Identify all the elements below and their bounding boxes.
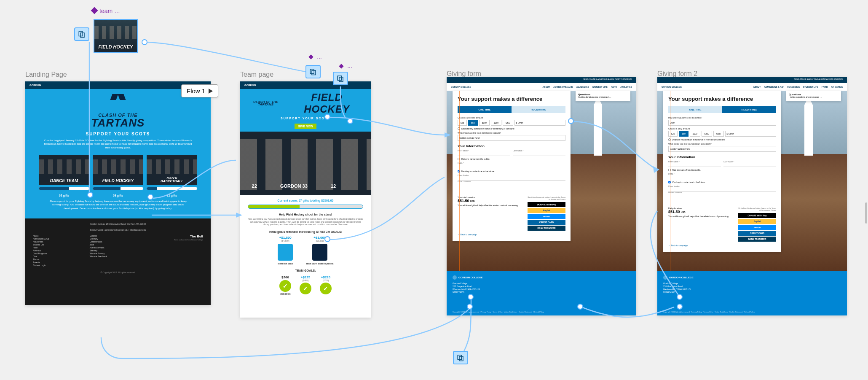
tab-recurring[interactable]: RECURRING [512, 106, 565, 113]
last-name-input[interactable] [513, 152, 565, 156]
interaction-hotspot[interactable] [333, 72, 348, 85]
frame-label-form2[interactable]: Giving form 2 [657, 70, 697, 78]
component-thumbnail[interactable]: FIELD HOCKEY [94, 19, 138, 53]
topbar: NEWS, ONLINE & ADULT GIVE ALUMNI PARENTS… [447, 77, 636, 83]
dedicate-checkbox[interactable]: Dedicate my donation in honor or in memo… [668, 138, 776, 141]
team-card[interactable]: MEN'SBASKETBALL [147, 155, 197, 190]
donate-bank-button[interactable]: BANK TRANSFER [738, 237, 776, 242]
connection-node[interactable] [324, 114, 330, 120]
flow-label: Flow 1 [187, 87, 205, 94]
diamond-icon [309, 54, 314, 60]
donation-form: Your support makes a difference ONE TIME… [453, 91, 571, 241]
connection-node[interactable] [468, 294, 474, 300]
intro-text: Cue the bagpipes! January 25-29 is GO ti… [34, 139, 202, 149]
email-input[interactable] [458, 164, 565, 168]
flow-start-badge[interactable]: Flow 1 [181, 84, 218, 97]
donate-paypal-button[interactable]: PayPal [738, 219, 776, 224]
amount-option[interactable]: $250 [491, 120, 501, 126]
frame-team[interactable]: GORDON CLASH OF THE TARTANS FIELD HOCKEY… [240, 81, 371, 318]
email-input[interactable] [668, 175, 776, 179]
currency-select[interactable]: USD [713, 131, 724, 137]
donate-paypal-button[interactable]: PayPal [528, 208, 565, 213]
footer-col-1: AboutAdmissions & AidAcademicsStudent Li… [33, 234, 90, 267]
page-footer: GORDON COLLEGE Gordon College255 Grapevi… [447, 271, 636, 315]
frequency-tabs: ONE TIME RECURRING [458, 106, 565, 113]
team-cards: DANCE TEAM FIELD HOCKEY MEN'SBASKETBALL [34, 155, 202, 190]
team-card[interactable]: FIELD HOCKEY [93, 155, 143, 190]
phone-input[interactable] [458, 176, 565, 181]
amount-option[interactable]: $25 [668, 131, 678, 137]
instance-label-1[interactable]: … [309, 54, 322, 60]
team-card[interactable]: DANCE TEAM [39, 155, 89, 190]
first-name-input[interactable] [668, 163, 721, 167]
connection-node[interactable] [467, 304, 473, 310]
amount-option[interactable]: $25 [458, 120, 467, 126]
connection-node[interactable] [568, 118, 574, 124]
hide-name-checkbox[interactable]: Hide my name from the public. [668, 169, 776, 171]
instance-label-2[interactable]: … [340, 63, 352, 69]
frame-form1[interactable]: NEWS, ONLINE & ADULT GIVE ALUMNI PARENTS… [447, 77, 636, 315]
designation-select[interactable]: Gordon College Fund [668, 146, 776, 152]
donation-form: Your support makes a difference ONE TIME… [663, 91, 781, 252]
figma-canvas[interactable]: { "component": { "label": "team …", "thu… [0, 0, 868, 380]
last-name-input[interactable] [723, 163, 776, 167]
connection-node[interactable] [147, 194, 153, 200]
contact-ok-checkbox[interactable]: It's okay to contact me in the future. [458, 170, 565, 172]
hide-name-checkbox[interactable]: Hide my name from the public. [458, 158, 565, 160]
amount-other[interactable]: $ Other [514, 120, 566, 126]
connection-node[interactable] [142, 39, 147, 45]
frame-label-landing[interactable]: Landing Page [25, 71, 67, 78]
connection-node[interactable] [347, 118, 353, 124]
amount-option[interactable]: $50 [468, 120, 477, 126]
team-goal: +$220($705) [320, 275, 332, 295]
comment-input[interactable] [668, 194, 776, 201]
connection-node[interactable] [87, 192, 93, 198]
component-name: team … [99, 8, 120, 14]
donate-venmo-button[interactable]: venmo [528, 214, 565, 219]
interaction-hotspot[interactable] [74, 27, 89, 41]
amount-other[interactable]: $ Other [725, 131, 777, 137]
comment-input[interactable] [458, 183, 565, 190]
bell-logo: The Bell News and stories from Gordon Co… [146, 234, 203, 267]
donate-venmo-button[interactable]: venmo [738, 225, 776, 230]
connection-node[interactable] [677, 294, 683, 300]
tab-onetime[interactable]: ONE TIME [458, 106, 512, 113]
interaction-hotspot[interactable] [305, 65, 321, 78]
frame-label-form1[interactable]: Giving form [447, 70, 481, 78]
donate-cc-button[interactable]: CREDIT CARD [528, 220, 565, 225]
connection-node[interactable] [577, 304, 583, 310]
team-goal: +$225($485) [300, 275, 311, 295]
donate-bank-button[interactable]: BANK TRANSFER [528, 226, 565, 231]
amount-option[interactable]: $50 [679, 131, 688, 137]
frame-label-team[interactable]: Team page [240, 71, 273, 78]
page-footer: GORDON COLLEGE Gordon College255 Grapevi… [657, 271, 847, 315]
frequency-tabs: ONE TIME RECURRING [668, 106, 776, 113]
component-header[interactable]: team … [92, 8, 120, 14]
scrollbar-thumb[interactable] [865, 202, 867, 224]
connection-node[interactable] [677, 304, 683, 310]
frequency-select[interactable]: Daily [668, 120, 776, 126]
amount-option[interactable]: $250 [702, 131, 712, 137]
phone-input[interactable] [668, 187, 776, 191]
dedicate-checkbox[interactable]: Dedicate my donation in honor or in memo… [458, 127, 565, 130]
donate-apple-button[interactable]: DONATE WITH Pay [738, 213, 776, 218]
tab-recurring[interactable]: RECURRING [722, 106, 776, 113]
currency-select[interactable]: USD [503, 120, 513, 126]
designation-select[interactable]: Gordon College Fund [458, 135, 565, 141]
tab-onetime[interactable]: ONE TIME [668, 106, 722, 113]
stretch-goal: +$1,800($4,600) Team rain coats [277, 236, 293, 265]
donate-apple-button[interactable]: DONATE WITH Pay [528, 202, 565, 207]
hero: CLASH OF THE TARTANS SUPPORT YOUR SCOTS … [25, 89, 211, 218]
interaction-hotspot[interactable] [453, 351, 468, 364]
donate-cc-button[interactable]: CREDIT CARD [738, 231, 776, 236]
first-name-input[interactable] [458, 152, 510, 156]
amount-option[interactable]: $100 [690, 131, 700, 137]
frame-form2[interactable]: NEWS, ONLINE & ADULT GIVE ALUMNI PARENTS… [657, 77, 847, 315]
give-now-button[interactable]: GIVE NOW [295, 124, 316, 129]
connection-node[interactable] [324, 236, 330, 242]
amount-option[interactable]: $100 [479, 120, 490, 126]
frame-landing[interactable]: GORDON CLASH OF THE TARTANS SUPPORT YOUR… [25, 81, 211, 305]
back-link[interactable]: ← Back to campaign [668, 244, 776, 247]
contact-ok-checkbox[interactable]: It's okay to contact me in the future. [668, 181, 776, 183]
back-link[interactable]: ← Back to campaign [458, 233, 565, 236]
